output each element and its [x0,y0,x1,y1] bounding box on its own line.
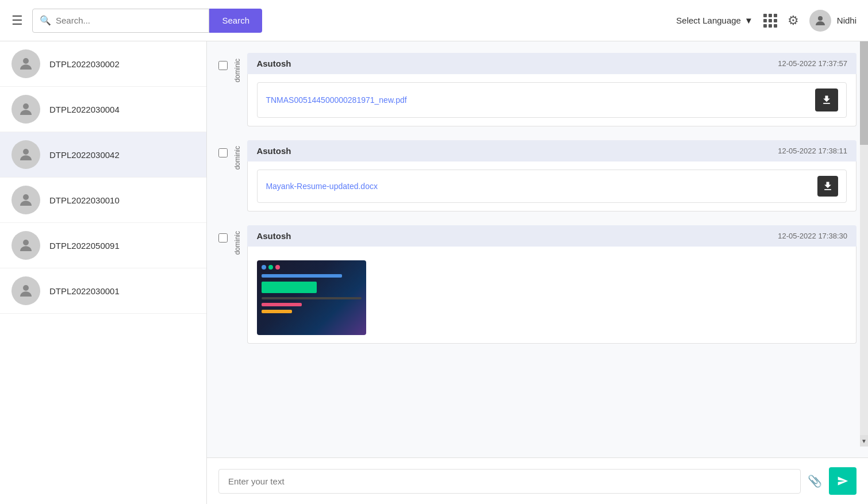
header-right: Select Language ▼ ⚙ Nidhi [676,10,857,32]
message-header: Asutosh 12-05-2022 17:38:30 [247,225,857,247]
message-sender-name: Asutosh [256,59,291,68]
message-timestamp: 12-05-2022 17:38:11 [778,147,847,155]
contact-avatar [11,276,40,305]
avatar [809,10,831,32]
username-label: Nidhi [837,16,857,25]
app-header: ☰ 🔍 Search Select Language ▼ ⚙ Nidhi [0,0,868,41]
contact-name: DTPL2022030001 [49,286,120,296]
attach-button[interactable]: 📎 [808,474,822,488]
message-body: Mayank-Resume-updated.docx [247,161,857,211]
image-attachment[interactable] [257,260,366,335]
message-header: Asutosh 12-05-2022 17:37:57 [247,53,857,74]
scrollbar-arrow-down[interactable]: ▼ [860,435,868,447]
contact-item[interactable]: DTPL2022030002 [0,41,206,87]
search-icon: 🔍 [40,15,51,26]
message-input[interactable] [218,469,801,494]
contact-avatar [11,140,40,169]
user-area[interactable]: Nidhi [809,10,857,32]
message-block: dominic Asutosh 12-05-2022 17:38:11 Maya… [218,140,857,211]
svg-point-2 [23,103,29,109]
message-sender-name: Asutosh [256,146,291,156]
contact-avatar [11,186,40,214]
search-button[interactable]: Search [209,9,262,33]
image-placeholder [257,260,366,335]
message-block: dominic Asutosh 12-05-2022 17:37:57 TNMA… [218,53,857,126]
svg-point-0 [818,16,823,21]
main-layout: DTPL2022030002 DTPL2022030004 DTPL202203… [0,41,868,504]
search-bar: 🔍 Search [32,9,262,33]
svg-point-4 [23,194,29,200]
contact-avatar [11,95,40,124]
message-checkbox[interactable] [218,148,228,157]
scrollbar-thumb[interactable] [860,41,868,145]
contact-item[interactable]: DTPL2022030042 [0,132,206,178]
contact-item[interactable]: DTPL2022030010 [0,178,206,223]
message-block: dominic Asutosh 12-05-2022 17:38:30 [218,225,857,344]
message-sender-small: dominic [233,59,241,82]
svg-point-3 [23,149,29,155]
contact-avatar [11,231,40,260]
apps-grid-icon[interactable] [763,14,777,28]
download-button[interactable] [815,89,838,111]
message-body: TNMAS005144500000281971_new.pdf [247,74,857,126]
scrollbar-track[interactable] [860,41,868,447]
file-link[interactable]: TNMAS005144500000281971_new.pdf [266,95,809,105]
contact-name: DTPL2022030002 [49,59,120,69]
message-timestamp: 12-05-2022 17:37:57 [778,59,847,68]
contact-item[interactable]: DTPL2022050091 [0,223,206,268]
message-content: Asutosh 12-05-2022 17:38:11 Mayank-Resum… [247,140,857,211]
contact-avatar [11,49,40,78]
contact-item[interactable]: DTPL2022030001 [0,268,206,314]
chat-area: dominic Asutosh 12-05-2022 17:37:57 TNMA… [207,41,868,504]
search-input-wrap: 🔍 [32,9,209,33]
messages-container: dominic Asutosh 12-05-2022 17:37:57 TNMA… [207,41,868,457]
search-input[interactable] [56,16,202,25]
contact-name: DTPL2022030010 [49,195,120,205]
contact-item[interactable]: DTPL2022030004 [0,87,206,132]
message-checkbox[interactable] [218,61,228,70]
message-timestamp: 12-05-2022 17:38:30 [778,232,847,240]
file-attachment: Mayank-Resume-updated.docx [257,170,847,203]
message-body [247,247,857,344]
download-button[interactable] [817,176,838,197]
svg-point-1 [23,58,29,64]
contact-name: DTPL2022030004 [49,105,120,114]
message-header: Asutosh 12-05-2022 17:38:11 [247,140,857,161]
svg-point-5 [23,240,29,245]
message-content: Asutosh 12-05-2022 17:38:30 [247,225,857,344]
chevron-down-icon: ▼ [744,16,753,25]
sidebar: DTPL2022030002 DTPL2022030004 DTPL202203… [0,41,207,504]
contact-name: DTPL2022030042 [49,150,120,160]
contact-name: DTPL2022050091 [49,241,120,251]
settings-icon[interactable]: ⚙ [788,13,799,28]
message-checkbox[interactable] [218,233,228,243]
language-label: Select Language [676,16,741,25]
file-attachment: TNMAS005144500000281971_new.pdf [257,82,847,118]
message-sender-small: dominic [233,146,241,170]
send-button[interactable] [829,467,857,495]
input-area: 📎 [207,457,868,504]
menu-icon[interactable]: ☰ [11,13,23,28]
svg-point-6 [23,285,29,291]
message-sender-name: Asutosh [256,231,291,241]
message-sender-small: dominic [233,231,241,255]
language-selector[interactable]: Select Language ▼ [676,16,752,25]
file-link[interactable]: Mayank-Resume-updated.docx [266,182,812,191]
message-content: Asutosh 12-05-2022 17:37:57 TNMAS0051445… [247,53,857,126]
